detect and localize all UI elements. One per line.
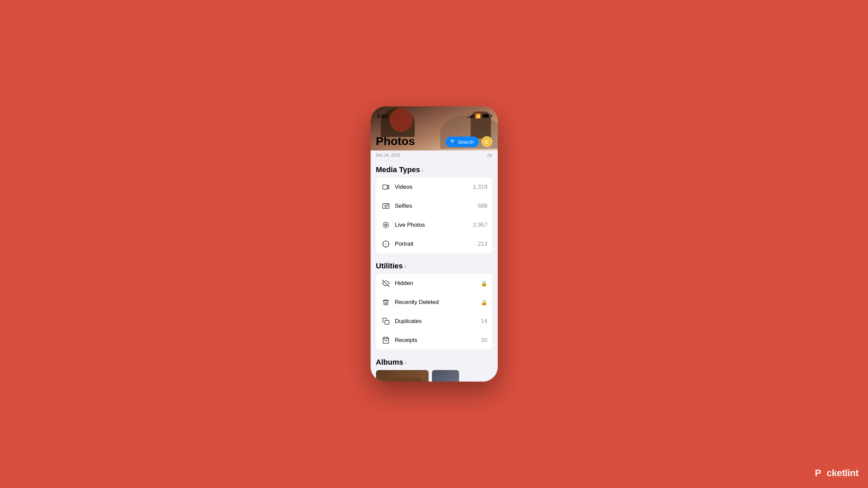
video-icon (381, 182, 391, 192)
portrait-count: 213 (478, 241, 487, 247)
duplicates-label: Duplicates (395, 318, 481, 325)
list-item[interactable]: Portrait 213 (376, 235, 492, 253)
receipts-label: Receipts (395, 337, 481, 344)
battery-icon (482, 114, 491, 118)
svg-point-8 (385, 244, 386, 245)
utilities-section: Utilities › Hidden (371, 256, 498, 350)
search-icon: 🔍 (450, 139, 456, 144)
list-item[interactable]: Receipts 20 (376, 331, 492, 350)
live-photos-icon (381, 220, 391, 230)
media-types-chevron: › (421, 167, 423, 174)
svg-point-6 (385, 225, 386, 226)
search-label: Search (458, 139, 474, 145)
search-button[interactable]: 🔍 Search (446, 137, 479, 147)
svg-rect-0 (382, 185, 387, 189)
wifi-icon: 📶 (475, 114, 481, 119)
album-thumbnail: Align the red block on the screen...with… (376, 370, 429, 382)
svg-point-3 (388, 204, 389, 205)
live-photos-count: 2,957 (473, 222, 488, 228)
media-types-list: Videos 1,319 Selfies 58 (376, 178, 492, 253)
scroll-area[interactable]: Photos 🔍 Search C 5:54 (371, 106, 498, 382)
hidden-icon (381, 278, 391, 288)
pocketlint-watermark: Pocketlint (815, 468, 859, 479)
selfies-count: 588 (478, 203, 487, 209)
list-item[interactable]: Live Photos 2,957 (376, 216, 492, 235)
list-item[interactable]: Videos 1,319 (376, 178, 492, 197)
header-photo: Photos 🔍 Search C 5:54 (371, 106, 498, 150)
utilities-header[interactable]: Utilities › (376, 256, 492, 274)
list-item[interactable]: Recently Deleted 🔒 (376, 293, 492, 312)
utilities-list: Hidden 🔒 Recently (376, 274, 492, 350)
svg-rect-10 (385, 320, 389, 324)
avatar[interactable]: C (481, 136, 492, 147)
recently-deleted-lock-icon: 🔒 (481, 299, 488, 306)
list-item[interactable]: Selfies 588 (376, 197, 492, 216)
album-item[interactable]: 👥 Insta 140 (432, 370, 459, 382)
portrait-icon (381, 239, 391, 249)
portrait-label: Portrait (395, 241, 478, 247)
albums-title: Albums (376, 358, 403, 367)
media-types-title: Media Types (376, 165, 420, 174)
utilities-chevron: › (404, 263, 406, 270)
phone-frame: Photos 🔍 Search C 5:54 (371, 106, 498, 382)
hidden-lock-icon: 🔒 (481, 280, 488, 287)
album-thumbnail: 👥 (432, 370, 459, 382)
date-label: Dec 24, 2023 (376, 153, 400, 158)
signal-icon (468, 114, 474, 118)
receipts-count: 20 (481, 337, 488, 344)
videos-count: 1,319 (473, 184, 488, 190)
albums-section: Albums › Align the red block on the scre… (371, 352, 498, 382)
duplicate-icon (381, 316, 391, 326)
videos-label: Videos (395, 184, 473, 190)
albums-chevron: › (405, 359, 407, 366)
utilities-title: Utilities (376, 262, 403, 270)
trash-icon (381, 297, 391, 307)
duplicates-count: 14 (481, 318, 488, 325)
hidden-label: Hidden (395, 280, 481, 287)
media-types-section: Media Types › Videos 1,319 (371, 160, 498, 253)
albums-grid: Align the red block on the screen...with… (376, 370, 492, 382)
album-item[interactable]: Align the red block on the screen...with… (376, 370, 429, 382)
status-icons: 📶 (468, 114, 491, 119)
page-title: Photos (376, 135, 415, 148)
list-item[interactable]: Duplicates 14 (376, 312, 492, 331)
selfies-label: Selfies (395, 203, 478, 209)
date-label-right: Ap (487, 153, 492, 158)
selfie-icon (381, 201, 391, 211)
list-item[interactable]: Hidden 🔒 (376, 274, 492, 293)
receipt-icon (381, 335, 391, 345)
svg-point-2 (384, 205, 387, 207)
media-types-header[interactable]: Media Types › (376, 160, 492, 178)
live-photos-label: Live Photos (395, 222, 473, 228)
recently-deleted-label: Recently Deleted (395, 299, 481, 306)
albums-header[interactable]: Albums › (376, 352, 492, 370)
status-time: 5:54 (377, 113, 388, 119)
